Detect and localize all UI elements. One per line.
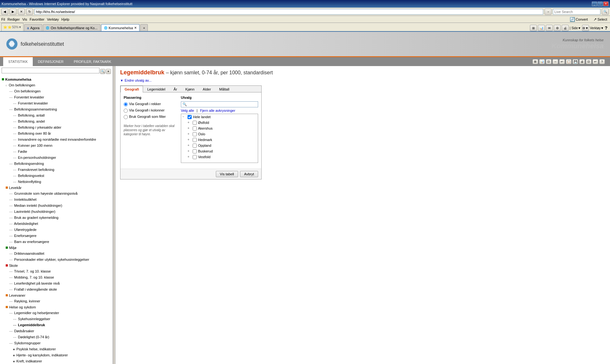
tree-item-helsesykdom[interactable]: ■ Helse og sykdom bbox=[2, 304, 111, 310]
utvalg-item-oppland[interactable]: + Oppland bbox=[181, 143, 258, 148]
convert-button[interactable]: 🔄 Convert bbox=[568, 16, 590, 23]
utvalg-search-input[interactable] bbox=[188, 102, 258, 107]
tree-item-fodte[interactable]: −− Fødte bbox=[2, 149, 111, 155]
tree-item-befolkandel[interactable]: −− Befolkning, andel bbox=[2, 118, 111, 125]
tree-item-arbeidsledighet[interactable]: −− Arbeidsledighet bbox=[2, 221, 111, 227]
expand-icon-ostfold[interactable]: + bbox=[188, 120, 191, 125]
tree-item-legemidler[interactable]: −− Legemidler og helsetjenester bbox=[2, 310, 111, 316]
tree-item-befolkvekst[interactable]: −− Befolkningsvekst bbox=[2, 173, 111, 179]
nav-icon-8[interactable]: 🖨 bbox=[579, 59, 585, 64]
refresh-button[interactable]: ↻ bbox=[26, 9, 33, 15]
minimize-button[interactable]: _ bbox=[592, 2, 597, 6]
utvalg-item-ostfold[interactable]: + Østfold bbox=[181, 120, 258, 125]
tab-tool-5[interactable]: 🖨 bbox=[562, 25, 569, 31]
nav-icon-1[interactable]: ⊞ bbox=[532, 59, 538, 64]
checkbox-oslo[interactable] bbox=[193, 132, 197, 136]
nav-tab-statistikk[interactable]: STATISTIKK bbox=[3, 57, 33, 66]
tree-item-inntektsulikhet[interactable]: −− Inntektsulikhet bbox=[2, 197, 111, 203]
tree-item-legemiddelbruk[interactable]: −− Legemiddelbruk bbox=[2, 322, 111, 328]
tree-item-eneforsorgere[interactable]: −− Eneforsørgere bbox=[2, 233, 111, 239]
menu-verktoy[interactable]: Verktøy bbox=[47, 17, 59, 21]
tree-item-forventet[interactable]: −− Forventet levealder bbox=[2, 94, 111, 100]
menu-vis[interactable]: Vis bbox=[22, 17, 27, 21]
nav-icon-2[interactable]: 📊 bbox=[539, 59, 545, 64]
placement-radio-filter[interactable] bbox=[124, 115, 128, 119]
deselect-all-link[interactable]: Fjern alle avkrysninger bbox=[200, 109, 235, 112]
tree-item-hjerte[interactable]: ■ Hjerte- og karsykdom, indikatorer bbox=[2, 352, 111, 358]
tree-item-levekar[interactable]: ■ Levekår bbox=[2, 185, 111, 191]
tab-kommunehelsa[interactable]: 🌐 Kommunehelsa ✕ bbox=[101, 24, 140, 31]
nav-icon-9[interactable]: ⊡ bbox=[586, 59, 592, 64]
tree-item-sykdomsgrupper[interactable]: −− Sykdomsgrupper bbox=[2, 340, 111, 346]
tree-item-levevaner[interactable]: ■ Levevaner bbox=[2, 293, 111, 298]
tree-item-ombefolkn2[interactable]: −− Om befolkningen bbox=[2, 88, 111, 94]
checkbox-vestfold[interactable] bbox=[193, 155, 197, 159]
dialog-tab-ar[interactable]: År bbox=[169, 86, 181, 92]
menu-rediger[interactable]: Rediger bbox=[8, 17, 20, 21]
tree-item-befolkendring[interactable]: −− Befolkningsendring bbox=[2, 161, 111, 167]
tree-item-kreft[interactable]: ■ Kreft, indikatorer bbox=[2, 358, 111, 364]
tree-item-uforetrygdede[interactable]: −− Uføretrygdede bbox=[2, 227, 111, 233]
tab-tool-3[interactable]: ✉ bbox=[546, 25, 553, 31]
tree-item-ombefolkningen[interactable]: ○ Om befolkningen bbox=[2, 82, 111, 88]
tab-tool-4[interactable]: ⚙ bbox=[554, 25, 561, 31]
tree-item-enpersonhush[interactable]: −− En-personhusholdninger bbox=[2, 155, 111, 161]
dialog-tab-alder[interactable]: Alder bbox=[199, 86, 215, 92]
utvalg-item-hele-landet[interactable]: − Hele landet bbox=[181, 114, 258, 120]
tree-item-grunnskole[interactable]: −− Grunnskole som høyeste utdanningsnivå bbox=[2, 191, 111, 197]
tree-item-personskader[interactable]: −− Personskader etter ulykker, sykehusin… bbox=[2, 257, 111, 263]
placement-option-kolonner[interactable]: Via Geografi i kolonner bbox=[124, 108, 176, 113]
utvalg-item-buskerud[interactable]: + Buskerud bbox=[181, 148, 258, 154]
dialog-tab-kjonn[interactable]: Kjønn bbox=[181, 86, 199, 92]
close-button[interactable]: ✕ bbox=[603, 2, 608, 6]
expand-icon-vestfold[interactable]: + bbox=[188, 154, 191, 159]
dialog-tab-geografi[interactable]: Geografi bbox=[120, 86, 143, 92]
tree-item-befolkyrkesaktiv[interactable]: −− Befolkning i yrkesaktiv alder bbox=[2, 125, 111, 131]
nav-icon-3[interactable]: ⊡ bbox=[546, 59, 552, 64]
tree-item-dodelighet[interactable]: −− Dødelighet (0-74 år) bbox=[2, 334, 111, 340]
tree-item-frafall[interactable]: −− Frafall i videregående skole bbox=[2, 286, 111, 293]
tab-profiler[interactable]: 🌐 Om folkehelsprofilane og Ko... bbox=[43, 24, 100, 31]
tree-item-nettoinnflytting[interactable]: −− Nettoinnflytting bbox=[2, 179, 111, 185]
tree-item-sykehusinn[interactable]: −− Sykehusinnleggelser bbox=[2, 316, 111, 322]
address-input[interactable] bbox=[34, 9, 543, 15]
tree-item-leseferd[interactable]: −− Leseferdighet på laveste nivå bbox=[2, 280, 111, 286]
nav-icon-7[interactable]: 💾 bbox=[572, 59, 578, 64]
tree-item-mobbing[interactable]: −− Mobbing, 7. og 10. klasse bbox=[2, 274, 111, 280]
tab-agora[interactable]: a Agora bbox=[24, 24, 42, 31]
avbryt-button[interactable]: Avbryt bbox=[240, 171, 258, 177]
tree-item-forventet2[interactable]: −− Forventet levealder bbox=[2, 100, 111, 106]
utvalg-item-akershus[interactable]: + Akershus bbox=[181, 125, 258, 131]
search-button[interactable]: 🔍 bbox=[602, 9, 609, 15]
nav-icon-5[interactable]: ↩ bbox=[559, 59, 565, 64]
search-input[interactable] bbox=[553, 9, 600, 15]
back-button[interactable]: ◀ bbox=[1, 9, 8, 15]
nav-icon-4[interactable]: ↔ bbox=[552, 59, 558, 64]
nav-icon-6[interactable]: 📋 bbox=[566, 59, 572, 64]
go-button[interactable]: → bbox=[545, 9, 552, 15]
nav-tab-definisjoner[interactable]: DEFINISJONER bbox=[33, 57, 69, 66]
tree-item-lavinntekt[interactable]: −− Lavinntekt (husholdninger) bbox=[2, 209, 111, 215]
dialog-tab-legemiddel[interactable]: Legemiddel bbox=[143, 86, 169, 92]
stop-button[interactable]: ✕ bbox=[18, 9, 25, 15]
expand-icon[interactable]: − bbox=[182, 114, 186, 119]
expand-icon-hedmark[interactable]: + bbox=[188, 137, 191, 142]
utvalg-item-hedmark[interactable]: + Hedmark bbox=[181, 137, 258, 143]
tab-tool-2[interactable]: 📊 bbox=[538, 25, 545, 31]
checkbox-ostfold[interactable] bbox=[193, 121, 197, 125]
tree-item-psykisk[interactable]: ■ Psykisk helse, indikatorer bbox=[2, 346, 111, 352]
help-icon[interactable]: ? bbox=[605, 25, 607, 30]
checkbox-hedmark[interactable] bbox=[193, 138, 197, 142]
tree-item-drikkevann[interactable]: −− Drikkevaanskvalitet bbox=[2, 251, 111, 257]
tree-item-miljo[interactable]: ■ Miljø bbox=[2, 245, 111, 251]
tree-item-befolksamm[interactable]: −− Befolkningssammensetning bbox=[2, 106, 111, 112]
vis-tabell-button[interactable]: Vis tabell bbox=[216, 171, 238, 177]
forward-button[interactable]: ▶ bbox=[10, 9, 17, 15]
checkbox-hele-landet[interactable] bbox=[188, 115, 192, 119]
checkbox-oppland[interactable] bbox=[193, 144, 197, 148]
expand-icon-buskerud[interactable]: + bbox=[188, 149, 191, 154]
tree-item-dodsarsaker[interactable]: −− Dødsårsaker bbox=[2, 328, 111, 334]
checkbox-akershus[interactable] bbox=[193, 126, 197, 131]
tree-item-befolkover80[interactable]: −− Befolkning over 80 år bbox=[2, 131, 111, 137]
change-selection-link[interactable]: ▼ Endre utvalg av... bbox=[120, 78, 605, 82]
